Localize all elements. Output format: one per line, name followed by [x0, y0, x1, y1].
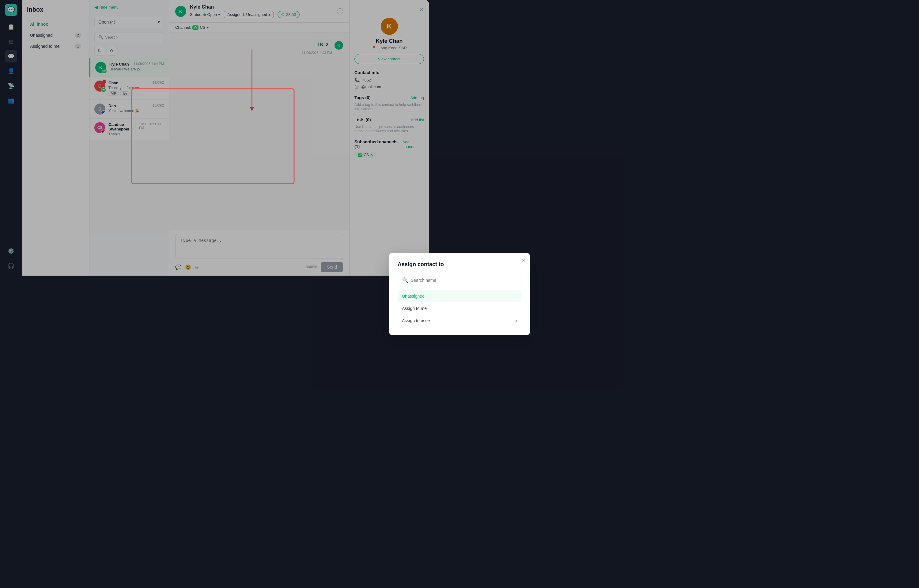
svg-rect-2 — [132, 89, 294, 184]
modal-title: Assign contact to — [397, 261, 429, 268]
modal-search-bar[interactable]: 🔍 — [397, 274, 429, 276]
modal-overlay[interactable]: Assign contact to × 🔍 Unassigned Assign … — [0, 0, 429, 276]
annotation-svg — [0, 0, 429, 276]
assign-modal: Assign contact to × 🔍 Unassigned Assign … — [389, 253, 429, 276]
